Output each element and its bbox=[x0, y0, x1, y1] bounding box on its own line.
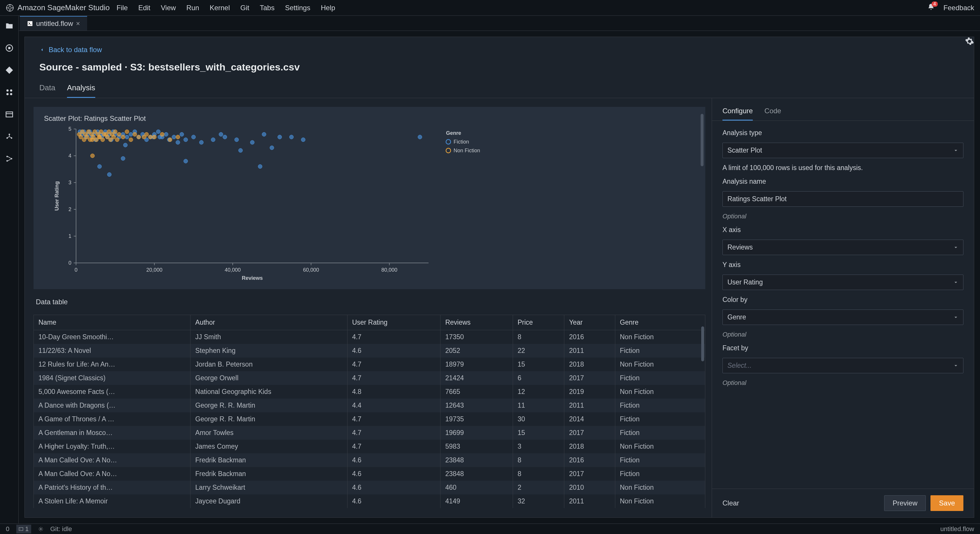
svg-point-130 bbox=[115, 138, 119, 142]
svg-point-84 bbox=[176, 140, 180, 145]
clear-button[interactable]: Clear bbox=[722, 499, 739, 507]
gear-icon[interactable] bbox=[38, 526, 43, 532]
folder-icon[interactable] bbox=[5, 22, 14, 30]
components-icon[interactable] bbox=[5, 132, 14, 141]
data-table-container: NameAuthorUser RatingReviewsPriceYearGen… bbox=[33, 315, 705, 509]
chart-scrollbar[interactable] bbox=[701, 114, 703, 166]
table-row[interactable]: 1984 (Signet Classics)George Orwell4.721… bbox=[34, 371, 705, 385]
panel-icon[interactable] bbox=[5, 110, 14, 119]
gear-icon[interactable] bbox=[965, 37, 974, 46]
svg-point-17 bbox=[6, 156, 8, 157]
svg-point-10 bbox=[6, 93, 9, 95]
pipeline-icon[interactable] bbox=[5, 154, 14, 163]
svg-point-97 bbox=[278, 135, 282, 139]
tab-code[interactable]: Code bbox=[764, 107, 781, 121]
column-header[interactable]: Genre bbox=[615, 315, 705, 330]
menu-kernel[interactable]: Kernel bbox=[210, 4, 230, 12]
table-row[interactable]: A Stolen Life: A MemoirJaycee Dugard4.64… bbox=[34, 494, 705, 508]
extensions-icon[interactable] bbox=[5, 88, 14, 97]
column-header[interactable]: Price bbox=[513, 315, 564, 330]
notifications-button[interactable]: 4 bbox=[927, 3, 935, 13]
tab-data[interactable]: Data bbox=[39, 83, 55, 98]
facet-by-label: Facet by bbox=[722, 344, 963, 352]
breadcrumb[interactable]: Back to data flow bbox=[25, 37, 974, 54]
analysis-name-label: Analysis name bbox=[722, 178, 963, 186]
terminal-count[interactable]: 1 bbox=[16, 525, 31, 533]
svg-point-91 bbox=[223, 135, 227, 139]
svg-text:3: 3 bbox=[68, 180, 72, 186]
column-header[interactable]: Author bbox=[191, 315, 347, 330]
menu-tabs[interactable]: Tabs bbox=[260, 4, 275, 12]
svg-point-88 bbox=[199, 140, 203, 145]
table-scrollbar[interactable] bbox=[701, 326, 704, 361]
svg-point-87 bbox=[191, 135, 196, 139]
git-icon[interactable] bbox=[5, 66, 14, 75]
menu-edit[interactable]: Edit bbox=[138, 4, 150, 12]
close-icon[interactable]: × bbox=[76, 19, 80, 28]
menu-settings[interactable]: Settings bbox=[285, 4, 310, 12]
svg-point-70 bbox=[129, 132, 133, 136]
tab-configure[interactable]: Configure bbox=[722, 107, 753, 121]
analysis-name-optional: Optional bbox=[722, 213, 963, 220]
y-axis-select[interactable]: User Rating bbox=[722, 275, 963, 290]
svg-text:40,000: 40,000 bbox=[224, 267, 241, 273]
color-by-select[interactable]: Genre bbox=[722, 310, 963, 325]
table-row[interactable]: 11/22/63: A NovelStephen King4.620522220… bbox=[34, 344, 705, 358]
svg-point-89 bbox=[211, 138, 215, 142]
svg-rect-7 bbox=[8, 47, 11, 49]
facet-by-select[interactable]: Select... bbox=[722, 358, 963, 373]
column-header[interactable]: Name bbox=[34, 315, 191, 330]
feedback-link[interactable]: Feedback bbox=[943, 4, 974, 12]
tab-untitled-flow[interactable]: untitled.flow × bbox=[20, 16, 87, 30]
svg-point-100 bbox=[258, 165, 262, 168]
menu-file[interactable]: File bbox=[116, 4, 128, 12]
svg-point-139 bbox=[148, 135, 152, 139]
product-name: Amazon SageMaker Studio bbox=[18, 3, 110, 12]
table-row[interactable]: A Man Called Ove: A No…Fredrik Backman4.… bbox=[34, 453, 705, 467]
svg-point-132 bbox=[121, 135, 125, 139]
preview-button[interactable]: Preview bbox=[884, 495, 926, 511]
data-table: NameAuthorUser RatingReviewsPriceYearGen… bbox=[33, 315, 705, 508]
table-row[interactable]: 5,000 Awesome Facts (…National Geographi… bbox=[34, 385, 705, 399]
svg-point-134 bbox=[129, 138, 133, 142]
running-icon[interactable] bbox=[5, 44, 14, 52]
tab-analysis[interactable]: Analysis bbox=[67, 83, 95, 98]
column-header[interactable]: Reviews bbox=[441, 315, 513, 330]
menu-help[interactable]: Help bbox=[321, 4, 335, 12]
save-button[interactable]: Save bbox=[931, 495, 963, 511]
svg-text:Reviews: Reviews bbox=[242, 275, 263, 281]
svg-text:60,000: 60,000 bbox=[303, 267, 319, 273]
table-row[interactable]: A Gentleman in Mosco…Amor Towles4.719699… bbox=[34, 426, 705, 440]
svg-point-99 bbox=[301, 138, 305, 142]
table-row[interactable]: A Man Called Ove: A No…Fredrik Backman4.… bbox=[34, 467, 705, 481]
menu-run[interactable]: Run bbox=[186, 4, 199, 12]
table-row[interactable]: A Dance with Dragons (…George R. R. Mart… bbox=[34, 399, 705, 412]
svg-point-93 bbox=[239, 148, 243, 153]
menu-view[interactable]: View bbox=[161, 4, 176, 12]
svg-point-68 bbox=[123, 143, 127, 147]
svg-text:User Rating: User Rating bbox=[54, 181, 60, 210]
svg-point-135 bbox=[133, 132, 137, 136]
column-header[interactable]: Year bbox=[564, 315, 615, 330]
table-row[interactable]: A Patriot's History of th…Larry Schweika… bbox=[34, 481, 705, 494]
menubar: Amazon SageMaker Studio File Edit View R… bbox=[0, 0, 980, 16]
table-row[interactable]: 10-Day Green Smoothi…JJ Smith4.717350820… bbox=[34, 330, 705, 344]
table-row[interactable]: A Game of Thrones / A …George R. R. Mart… bbox=[34, 412, 705, 426]
svg-text:5: 5 bbox=[68, 126, 72, 132]
page-title: Source - sampled · S3: bestsellers_with_… bbox=[25, 54, 974, 73]
table-row[interactable]: A Higher Loyalty: Truth,…James Comey4.75… bbox=[34, 440, 705, 453]
svg-point-18 bbox=[6, 160, 8, 162]
svg-text:80,000: 80,000 bbox=[381, 267, 397, 273]
column-header[interactable]: User Rating bbox=[347, 315, 441, 330]
svg-point-3 bbox=[10, 10, 11, 11]
y-axis-label: Y axis bbox=[722, 261, 963, 269]
analysis-name-input[interactable] bbox=[722, 191, 963, 207]
analysis-type-select[interactable]: Scatter Plot bbox=[722, 143, 963, 158]
menu-git[interactable]: Git bbox=[240, 4, 249, 12]
x-axis-select[interactable]: Reviews bbox=[722, 240, 963, 255]
svg-point-105 bbox=[418, 135, 422, 139]
table-row[interactable]: 12 Rules for Life: An An…Jordan B. Peter… bbox=[34, 358, 705, 371]
chevron-down-icon bbox=[953, 280, 958, 285]
svg-point-81 bbox=[164, 132, 168, 136]
statusbar: 0 1 Git: idle untitled.flow bbox=[0, 523, 980, 534]
